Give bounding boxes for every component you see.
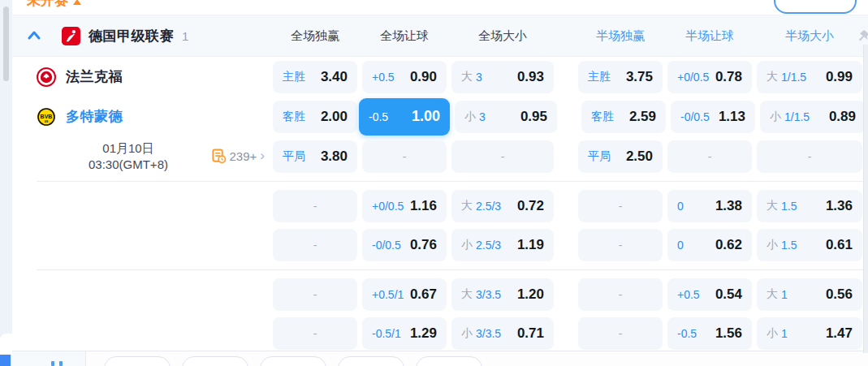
odds-price: 2.59 xyxy=(629,109,656,125)
odds-cell[interactable]: 客胜2.00 xyxy=(273,101,357,133)
odds-line-label: 大3/3.5 xyxy=(461,287,501,302)
top-right-pill-button[interactable] xyxy=(774,0,857,14)
odds-line-label: +0.5 xyxy=(677,288,700,301)
odds-cell[interactable]: 小30.95 xyxy=(455,101,557,133)
odds-row-cells: 主胜3.40+0.50.90大30.93主胜3.75+0/0.50.78大1/1… xyxy=(268,61,862,93)
odds-cell-empty: - xyxy=(578,278,663,311)
odds-cell[interactable]: 平局2.50 xyxy=(578,140,663,173)
odds-cell[interactable]: 平局3.80 xyxy=(273,140,357,173)
odds-line-label: -0/0.5 xyxy=(372,239,401,252)
league-name: 德国甲级联赛 xyxy=(89,27,174,45)
odds-cell-empty: - xyxy=(273,278,357,311)
odds-line-value: 客胜 xyxy=(591,110,614,124)
league-header-row: 德国甲级联赛 1 全场独赢 全场让球 全场大小 半场独赢 半场让球 半场大小 xyxy=(12,15,868,57)
home-team-row: 法兰克福 主胜3.40+0.50.90大30.93主胜3.75+0/0.50.7… xyxy=(12,57,868,97)
odds-line-prefix: 大 xyxy=(767,70,778,84)
odds-cell[interactable]: -0/0.50.76 xyxy=(362,229,447,261)
odds-row-cells: -+0.5/10.67大3/3.51.20-+0.50.54大10.56 xyxy=(268,278,862,311)
odds-cell[interactable]: +0.50.54 xyxy=(667,278,752,311)
odds-cell[interactable]: 大3/3.51.20 xyxy=(451,278,554,311)
empty-dash: - xyxy=(619,200,623,213)
odds-cell-empty: - xyxy=(667,140,752,173)
alt-odds-row: --0.5/11.29小3/3.50.71--0.51.56小11.47 xyxy=(12,314,868,353)
odds-price: 0.90 xyxy=(410,69,437,85)
frankfurt-crest-icon xyxy=(37,67,56,87)
dortmund-crest-text: BVB xyxy=(41,113,53,118)
odds-line-label: 小1.5 xyxy=(767,238,797,252)
bottom-bar xyxy=(12,351,868,366)
odds-cell[interactable]: 小3/3.50.71 xyxy=(451,317,554,350)
filter-pill[interactable] xyxy=(104,356,171,366)
match-meta: 01月10日 03:30(GMT+8) 239+ › xyxy=(12,140,268,173)
left-scrollbar-thumb[interactable] xyxy=(3,6,9,81)
odds-line-value: 0 xyxy=(677,239,684,252)
odds-line-label: 小1 xyxy=(767,326,788,341)
more-markets-link[interactable]: 239+ › xyxy=(211,149,265,164)
odds-cell[interactable]: +0.50.90 xyxy=(362,61,447,93)
odds-cell[interactable]: 大1.51.36 xyxy=(757,190,862,222)
league-info: 德国甲级联赛 1 xyxy=(12,27,268,45)
bottom-bar-left-tab[interactable] xyxy=(12,351,86,366)
empty-dash: - xyxy=(808,150,812,163)
odds-price: 1.00 xyxy=(412,108,440,125)
filter-pill[interactable] xyxy=(338,356,404,366)
tab-not-started[interactable]: 未开赛 xyxy=(27,0,81,10)
odds-line-value: 1/1.5 xyxy=(784,110,810,123)
odds-cell[interactable]: 01.38 xyxy=(667,190,752,222)
alt-odds-row: -+0.5/10.67大3/3.51.20-+0.50.54大10.56 xyxy=(12,275,868,314)
odds-cell[interactable]: +0/0.50.78 xyxy=(667,61,752,93)
bundesliga-logo-icon xyxy=(62,27,80,45)
odds-cell[interactable]: 小1.50.61 xyxy=(757,229,862,261)
filter-pill[interactable] xyxy=(416,356,482,366)
odds-line-label: 0 xyxy=(677,200,684,213)
odds-cell[interactable]: 小11.47 xyxy=(757,317,862,350)
away-team-info[interactable]: BVB 09 多特蒙德 xyxy=(12,107,268,127)
filter-pill[interactable] xyxy=(182,356,248,366)
odds-line-prefix: 小 xyxy=(767,238,778,252)
odds-cell[interactable]: 大10.56 xyxy=(757,278,862,311)
main-odds-block: 法兰克福 主胜3.40+0.50.90大30.93主胜3.75+0/0.50.7… xyxy=(12,57,868,176)
odds-price: 2.00 xyxy=(321,109,348,125)
odds-line-value: 3 xyxy=(476,71,482,84)
odds-cell[interactable]: -0.51.56 xyxy=(667,317,752,350)
odds-line-value: 主胜 xyxy=(283,70,305,84)
odds-line-label: 小2.5/3 xyxy=(461,238,501,252)
odds-line-value: -0.5 xyxy=(369,110,388,123)
odds-cell-empty: - xyxy=(578,317,663,350)
left-rail-notch xyxy=(0,334,12,355)
filter-pill[interactable] xyxy=(260,356,326,366)
odds-cell[interactable]: 大30.93 xyxy=(451,61,554,93)
odds-cell[interactable]: +0.5/10.67 xyxy=(362,278,447,311)
odds-price: 1.19 xyxy=(517,237,544,253)
pin-icon[interactable] xyxy=(857,29,868,44)
odds-cell[interactable]: 小2.5/31.19 xyxy=(451,229,554,261)
odds-cell-selected[interactable]: -0.51.00 xyxy=(359,98,450,136)
odds-cell[interactable]: -0/0.51.13 xyxy=(671,101,755,133)
odds-cell[interactable]: 大2.5/30.72 xyxy=(451,190,554,222)
odds-line-label: 主胜 xyxy=(588,70,611,84)
col-header-fulltime-1x2: 全场独赢 xyxy=(273,28,357,44)
odds-cell[interactable]: +0/0.51.16 xyxy=(362,190,447,222)
home-team-info[interactable]: 法兰克福 xyxy=(12,67,268,87)
odds-cell[interactable]: 主胜3.75 xyxy=(578,61,663,93)
odds-cell[interactable]: -0.5/11.29 xyxy=(362,317,447,350)
odds-price: 0.78 xyxy=(715,69,742,85)
odds-line-value: 1/1.5 xyxy=(781,71,806,84)
odds-cell[interactable]: 00.62 xyxy=(667,229,752,261)
away-team-name: 多特蒙德 xyxy=(66,107,123,126)
odds-cell[interactable]: 客胜2.59 xyxy=(581,101,666,133)
odds-cell[interactable]: 小1/1.50.89 xyxy=(760,101,866,133)
odds-line-label: 0 xyxy=(677,239,684,252)
right-scrollbar-track[interactable] xyxy=(863,45,868,353)
odds-cell[interactable]: 主胜3.40 xyxy=(273,61,357,93)
collapse-chevron-up-icon[interactable] xyxy=(26,28,42,44)
divider xyxy=(37,269,868,270)
empty-dash: - xyxy=(501,150,505,163)
odds-cell[interactable]: 大1/1.50.99 xyxy=(757,61,862,93)
odds-price: 3.40 xyxy=(321,69,348,85)
odds-row-cells: 客胜2.00-0.51.00小30.95客胜2.59-0/0.51.13小1/1… xyxy=(268,101,866,133)
odds-line-value: -0.5/1 xyxy=(372,327,401,340)
odds-line-prefix: 小 xyxy=(464,110,476,124)
empty-dash: - xyxy=(619,327,623,340)
odds-line-label: 小3/3.5 xyxy=(461,326,501,341)
